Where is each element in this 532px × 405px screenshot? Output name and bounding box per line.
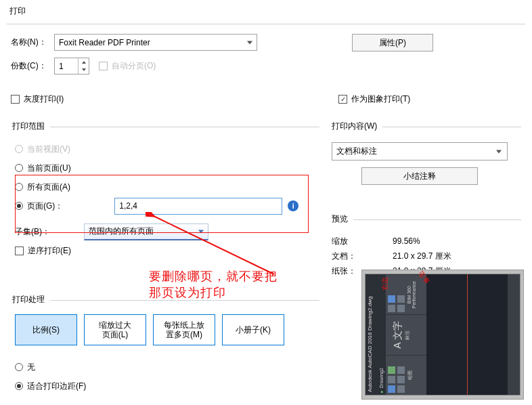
grayscale-label: 灰度打印(I): [24, 93, 64, 105]
cad-anno-1: 右边: [380, 277, 390, 291]
preview-doc-value: 21.0 x 29.7 厘米: [393, 251, 451, 262]
booklet-button[interactable]: 小册子(K): [222, 314, 284, 345]
print-content-header: 打印内容(W): [332, 115, 521, 127]
handling-header: 打印处理: [12, 289, 319, 301]
print-handling-group: 打印处理 比例(S) 缩放过大 页面(L) 每张纸上放 置多页(M) 小册子(K…: [9, 283, 319, 396]
radio-icon: [15, 164, 23, 172]
fit-large-button[interactable]: 缩放过大 页面(L): [84, 314, 146, 345]
radio-pages-label: 页面(G)：: [27, 200, 63, 212]
cad-panel-label: 绘图: [407, 358, 414, 393]
cad-panel-text: A 文字: [392, 317, 404, 352]
preview-zoom-value: 99.56%: [393, 236, 420, 246]
radio-icon: [15, 382, 23, 390]
copies-spinner[interactable]: 1: [54, 58, 89, 74]
collate-label: 自动分页(O): [112, 60, 156, 72]
subset-value: 范围内的所有页面: [89, 226, 154, 237]
radio-current-view-label: 当前视图(V): [27, 144, 70, 155]
right-column: 打印内容(W) 文档和标注 小结注释 预览 缩放99.56% 文档：21.0 x…: [332, 89, 525, 240]
printer-select[interactable]: Foxit Reader PDF Printer: [54, 34, 257, 51]
reverse-label: 逆序打印(E): [28, 245, 71, 257]
spinner-up-icon[interactable]: [79, 58, 89, 66]
pages-input[interactable]: [114, 198, 282, 215]
copies-row: 份数(C)： 1 自动分页(O): [7, 58, 525, 74]
collate-checkbox: 自动分页(O): [99, 59, 156, 73]
copies-label: 份数(C)：: [7, 60, 54, 72]
radio-icon: [15, 363, 23, 371]
reverse-checkbox[interactable]: 逆序打印(E): [15, 244, 71, 258]
print-content-select[interactable]: 文档和标注: [332, 142, 508, 161]
radio-current-page-label: 当前页面(U): [27, 163, 71, 174]
preview-zoom-label: 缩放: [332, 236, 393, 247]
preview-title: 预览: [332, 214, 353, 223]
info-icon[interactable]: i: [288, 200, 298, 211]
cad-preview: Autodesk AutoCAD 2016 Drawing2.dwg ●Draw…: [365, 274, 520, 396]
scale-button[interactable]: 比例(S): [15, 314, 77, 345]
multi-page-button[interactable]: 每张纸上放 置多页(M): [153, 314, 215, 345]
radio-current-view: 当前视图(V): [15, 142, 70, 156]
grayscale-checkbox[interactable]: 灰度打印(I): [11, 92, 64, 106]
print-content-value: 文档和标注: [336, 146, 377, 157]
summarize-comments-button[interactable]: 小结注释: [361, 167, 478, 185]
checkbox-icon: [99, 62, 108, 70]
printer-name-row: 名称(N)： Foxit Reader PDF Printer: [7, 34, 525, 51]
preview-doc-label: 文档：: [332, 251, 393, 262]
window-title: 打印: [9, 5, 525, 17]
preview-header: 预览: [332, 208, 521, 220]
radio-icon: [15, 183, 23, 191]
radio-size-fit-margin[interactable]: 适合打印边距(F): [15, 379, 86, 393]
cad-panel-label: 标注: [404, 317, 411, 352]
print-range-group: 打印范围 当前视图(V) 当前页面(U) 所有页面(A) 页面(G)： i 子集…: [9, 110, 319, 260]
cad-panel-label: BIM 360 Performance: [407, 277, 416, 312]
handling-title: 打印处理: [12, 295, 50, 304]
radio-icon: [15, 202, 23, 210]
copies-value: 1: [59, 62, 64, 71]
radio-size-fit-margin-label: 适合打印边距(F): [27, 381, 86, 392]
radio-icon: [15, 145, 23, 153]
print-content-title: 打印内容(W): [332, 121, 382, 131]
radio-all-pages[interactable]: 所有页面(A): [15, 180, 70, 194]
printer-select-value: Foxit Reader PDF Printer: [59, 38, 150, 47]
annotation-line-1: 要删除哪页，就不要把: [149, 268, 278, 284]
properties-button[interactable]: 属性(P): [352, 34, 433, 51]
checkbox-icon: [11, 95, 20, 104]
radio-size-none-label: 无: [27, 362, 35, 373]
spinner-down-icon[interactable]: [79, 66, 89, 74]
radio-pages[interactable]: 页面(G)：: [15, 199, 63, 213]
preview-thumbnail: Autodesk AutoCAD 2016 Drawing2.dwg ●Draw…: [361, 270, 524, 400]
subset-select[interactable]: 范围内的所有页面: [84, 223, 208, 240]
radio-all-pages-label: 所有页面(A): [27, 182, 70, 193]
cad-titlebar: Autodesk AutoCAD 2016 Drawing2.dwg: [365, 274, 378, 395]
radio-size-none[interactable]: 无: [15, 360, 35, 375]
radio-current-page[interactable]: 当前页面(U): [15, 161, 71, 175]
printer-name-label: 名称(N)：: [7, 37, 54, 48]
subset-label: 子集(B)：: [15, 226, 53, 238]
print-range-title: 打印范围: [12, 121, 50, 131]
print-range-header: 打印范围: [12, 115, 319, 127]
checkbox-icon: [15, 247, 24, 255]
main-panel: 名称(N)： Foxit Reader PDF Printer 属性(P) 份数…: [7, 24, 525, 74]
